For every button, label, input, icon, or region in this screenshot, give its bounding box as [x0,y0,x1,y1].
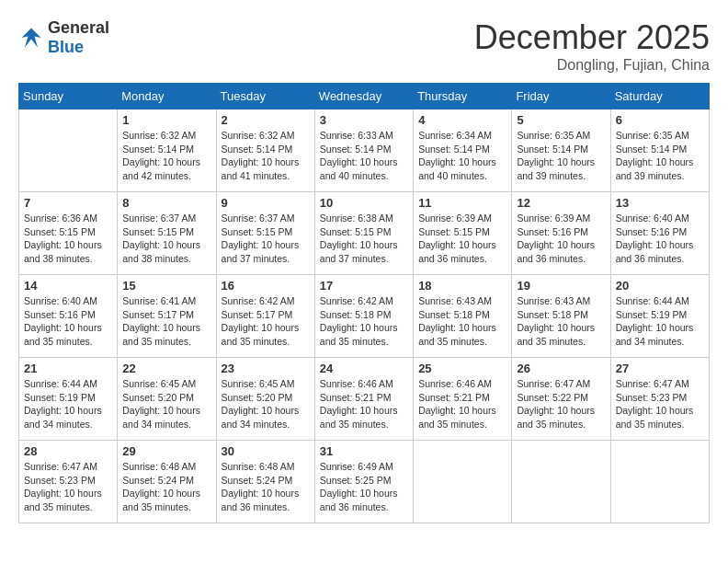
day-info: Sunrise: 6:45 AMSunset: 5:20 PMDaylight:… [122,377,210,431]
day-info: Sunrise: 6:38 AMSunset: 5:15 PMDaylight:… [320,212,408,266]
day-number: 3 [320,113,408,127]
calendar-day-header: Thursday [414,84,512,109]
calendar-cell: 8Sunrise: 6:37 AMSunset: 5:15 PMDaylight… [118,192,216,275]
logo-general-text: General [48,18,109,37]
day-info: Sunrise: 6:40 AMSunset: 5:16 PMDaylight:… [616,212,704,266]
day-info: Sunrise: 6:48 AMSunset: 5:24 PMDaylight:… [222,460,310,514]
day-info: Sunrise: 6:47 AMSunset: 5:22 PMDaylight:… [517,377,605,431]
calendar-week-row: 21Sunrise: 6:44 AMSunset: 5:19 PMDayligh… [19,358,710,441]
day-number: 7 [24,196,112,210]
calendar-cell: 15Sunrise: 6:41 AMSunset: 5:17 PMDayligh… [118,275,216,358]
calendar-cell: 20Sunrise: 6:44 AMSunset: 5:19 PMDayligh… [610,275,709,358]
day-info: Sunrise: 6:37 AMSunset: 5:15 PMDaylight:… [122,212,210,266]
day-info: Sunrise: 6:48 AMSunset: 5:24 PMDaylight:… [122,460,210,514]
day-number: 4 [418,113,506,127]
calendar-cell: 22Sunrise: 6:45 AMSunset: 5:20 PMDayligh… [118,358,216,441]
day-number: 12 [517,196,605,210]
day-number: 21 [24,362,112,375]
day-number: 24 [320,362,408,375]
day-number: 18 [418,279,506,293]
calendar-cell: 12Sunrise: 6:39 AMSunset: 5:16 PMDayligh… [512,192,610,275]
page-header: General Blue December 2025 Dongling, Fuj… [18,18,710,74]
day-number: 1 [122,113,210,127]
calendar-week-row: 1Sunrise: 6:32 AMSunset: 5:14 PMDaylight… [19,109,710,192]
calendar-header-row: SundayMondayTuesdayWednesdayThursdayFrid… [19,84,710,109]
title-block: December 2025 Dongling, Fujian, China [474,18,710,74]
day-number: 13 [616,196,704,210]
day-info: Sunrise: 6:33 AMSunset: 5:14 PMDaylight:… [320,129,408,183]
calendar-cell: 10Sunrise: 6:38 AMSunset: 5:15 PMDayligh… [314,192,413,275]
calendar-cell: 24Sunrise: 6:46 AMSunset: 5:21 PMDayligh… [314,358,413,441]
day-number: 8 [122,196,210,210]
calendar-cell: 25Sunrise: 6:46 AMSunset: 5:21 PMDayligh… [414,358,512,441]
day-info: Sunrise: 6:39 AMSunset: 5:15 PMDaylight:… [418,212,506,266]
day-number: 10 [320,196,408,210]
calendar-cell: 26Sunrise: 6:47 AMSunset: 5:22 PMDayligh… [512,358,610,441]
day-info: Sunrise: 6:46 AMSunset: 5:21 PMDaylight:… [320,377,408,431]
logo-bird-icon [18,25,44,51]
calendar-cell: 14Sunrise: 6:40 AMSunset: 5:16 PMDayligh… [19,275,118,358]
calendar-cell: 3Sunrise: 6:33 AMSunset: 5:14 PMDaylight… [314,109,413,192]
calendar-cell: 27Sunrise: 6:47 AMSunset: 5:23 PMDayligh… [610,358,709,441]
calendar-cell: 23Sunrise: 6:45 AMSunset: 5:20 PMDayligh… [216,358,314,441]
calendar-week-row: 7Sunrise: 6:36 AMSunset: 5:15 PMDaylight… [19,192,710,275]
day-number: 27 [616,362,704,375]
calendar-cell [414,441,512,523]
calendar-cell: 2Sunrise: 6:32 AMSunset: 5:14 PMDaylight… [216,109,314,192]
day-info: Sunrise: 6:39 AMSunset: 5:16 PMDaylight:… [517,212,605,266]
calendar-cell: 17Sunrise: 6:42 AMSunset: 5:18 PMDayligh… [314,275,413,358]
calendar-cell: 11Sunrise: 6:39 AMSunset: 5:15 PMDayligh… [414,192,512,275]
day-number: 28 [24,444,112,458]
calendar-cell: 29Sunrise: 6:48 AMSunset: 5:24 PMDayligh… [118,441,216,523]
calendar-day-header: Monday [118,84,216,109]
calendar-table: SundayMondayTuesdayWednesdayThursdayFrid… [18,83,710,523]
day-info: Sunrise: 6:35 AMSunset: 5:14 PMDaylight:… [616,129,704,183]
calendar-cell: 4Sunrise: 6:34 AMSunset: 5:14 PMDaylight… [414,109,512,192]
day-number: 5 [517,113,605,127]
calendar-day-header: Friday [512,84,610,109]
calendar-cell: 16Sunrise: 6:42 AMSunset: 5:17 PMDayligh… [216,275,314,358]
day-info: Sunrise: 6:47 AMSunset: 5:23 PMDaylight:… [616,377,704,431]
month-title: December 2025 [474,18,710,57]
day-info: Sunrise: 6:34 AMSunset: 5:14 PMDaylight:… [418,129,506,183]
day-info: Sunrise: 6:42 AMSunset: 5:18 PMDaylight:… [320,294,408,349]
calendar-day-header: Wednesday [314,84,413,109]
calendar-cell [610,441,709,523]
day-info: Sunrise: 6:32 AMSunset: 5:14 PMDaylight:… [222,129,310,183]
calendar-day-header: Tuesday [216,84,314,109]
day-info: Sunrise: 6:43 AMSunset: 5:18 PMDaylight:… [418,294,506,349]
day-number: 25 [418,362,506,375]
calendar-cell [19,109,118,192]
day-info: Sunrise: 6:41 AMSunset: 5:17 PMDaylight:… [122,294,210,349]
day-number: 6 [616,113,704,127]
day-info: Sunrise: 6:44 AMSunset: 5:19 PMDaylight:… [24,377,112,431]
day-info: Sunrise: 6:37 AMSunset: 5:15 PMDaylight:… [222,212,310,266]
calendar-cell: 13Sunrise: 6:40 AMSunset: 5:16 PMDayligh… [610,192,709,275]
day-number: 20 [616,279,704,293]
day-number: 9 [222,196,310,210]
day-info: Sunrise: 6:36 AMSunset: 5:15 PMDaylight:… [24,212,112,266]
logo: General Blue [18,18,109,57]
day-number: 26 [517,362,605,375]
calendar-cell: 21Sunrise: 6:44 AMSunset: 5:19 PMDayligh… [19,358,118,441]
day-number: 11 [418,196,506,210]
calendar-day-header: Sunday [19,84,118,109]
calendar-cell: 9Sunrise: 6:37 AMSunset: 5:15 PMDaylight… [216,192,314,275]
day-number: 31 [320,444,408,458]
day-info: Sunrise: 6:43 AMSunset: 5:18 PMDaylight:… [517,294,605,349]
svg-marker-0 [22,29,41,48]
calendar-cell: 6Sunrise: 6:35 AMSunset: 5:14 PMDaylight… [610,109,709,192]
day-number: 17 [320,279,408,293]
logo-blue-text: Blue [48,38,84,56]
day-info: Sunrise: 6:47 AMSunset: 5:23 PMDaylight:… [24,460,112,514]
calendar-cell: 28Sunrise: 6:47 AMSunset: 5:23 PMDayligh… [19,441,118,523]
day-number: 2 [222,113,310,127]
calendar-cell: 19Sunrise: 6:43 AMSunset: 5:18 PMDayligh… [512,275,610,358]
calendar-cell: 1Sunrise: 6:32 AMSunset: 5:14 PMDaylight… [118,109,216,192]
day-number: 29 [122,444,210,458]
day-number: 15 [122,279,210,293]
day-info: Sunrise: 6:40 AMSunset: 5:16 PMDaylight:… [24,294,112,349]
day-number: 30 [222,444,310,458]
day-info: Sunrise: 6:44 AMSunset: 5:19 PMDaylight:… [616,294,704,349]
day-number: 19 [517,279,605,293]
